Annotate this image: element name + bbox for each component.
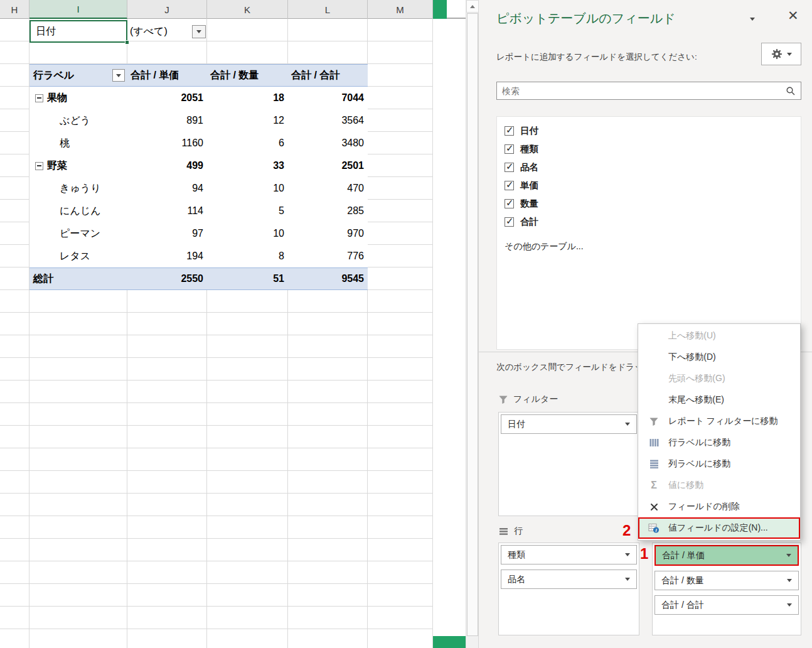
checkbox-checked-icon[interactable] [505, 217, 514, 227]
menu-item-label: 列ラベルに移動 [668, 458, 730, 470]
menu-item-move-to-row-labels[interactable]: 行ラベルに移動 [638, 432, 800, 453]
pivot-cell[interactable]: 891 [127, 115, 207, 126]
pivot-cell[interactable]: 7044 [288, 92, 368, 104]
pivot-cell[interactable]: 10 [207, 228, 288, 239]
pivot-row[interactable]: レタス 194 8 776 [29, 245, 368, 267]
pivot-header-cell[interactable]: 合計 / 合計 [288, 69, 368, 82]
checkbox-checked-icon[interactable] [505, 126, 514, 136]
pivot-row-labels-header[interactable]: 行ラベル [29, 65, 127, 86]
pivot-cell[interactable]: 2051 [127, 92, 207, 104]
column-header-i[interactable]: I [29, 0, 127, 19]
menu-item-move-down[interactable]: 下へ移動(D) [638, 347, 800, 368]
rows-area-box[interactable]: 種類 品名 [498, 543, 639, 635]
column-header-m[interactable]: M [368, 0, 433, 19]
pivot-cell[interactable]: 5 [207, 205, 288, 217]
pivot-cell[interactable]: 97 [127, 228, 207, 239]
field-item-total[interactable]: 合計 [505, 213, 793, 231]
values-field-sum-total[interactable]: 合計 / 合計 [654, 595, 799, 615]
field-item-category[interactable]: 種類 [505, 140, 793, 158]
filter-field-date[interactable]: 日付 [501, 414, 637, 434]
pivot-cell[interactable]: 33 [207, 160, 288, 171]
rows-field-product[interactable]: 品名 [501, 570, 637, 589]
values-field-sum-unit-price[interactable]: 合計 / 単価 [654, 545, 799, 566]
menu-item-label: 下へ移動(D) [668, 352, 716, 363]
pane-title: ピボットテーブルのフィールド [496, 10, 676, 27]
pivot-row[interactable]: 果物 2051 18 7044 [29, 87, 368, 109]
menu-item-move-to-column-labels[interactable]: 列ラベルに移動 [638, 453, 800, 475]
pivot-cell[interactable]: 3564 [288, 115, 368, 126]
report-filter-dropdown-button[interactable] [192, 25, 206, 38]
column-header-l[interactable]: L [288, 0, 368, 19]
field-item-date[interactable]: 日付 [505, 122, 793, 140]
filter-icon [499, 396, 508, 404]
row-labels-filter-button[interactable] [112, 69, 125, 82]
pivot-row[interactable]: ぶどう 891 12 3564 [29, 109, 368, 132]
pivot-cell[interactable]: 3480 [288, 138, 368, 149]
pivot-cell[interactable]: 194 [127, 251, 207, 262]
pivot-cell[interactable]: 499 [127, 160, 207, 171]
field-context-menu: 上へ移動(U) 下へ移動(D) 先頭へ移動(G) 末尾へ移動(E) レポート フ… [638, 323, 801, 541]
vertical-scrollbar[interactable] [466, 0, 478, 648]
pivot-cell[interactable]: 94 [127, 183, 207, 194]
column-header-k[interactable]: K [207, 0, 288, 19]
pivot-cell[interactable]: 285 [288, 205, 368, 217]
report-filter-value[interactable]: (すべて) [130, 25, 168, 38]
values-field-sum-quantity[interactable]: 合計 / 数量 [654, 571, 799, 590]
field-list: 日付 種類 品名 単価 数量 合計 その他のテーブル... [496, 116, 801, 350]
pane-subtitle: レポートに追加するフィールドを選択してください: [496, 51, 697, 63]
pivot-cell[interactable]: 18 [207, 92, 288, 104]
collapse-icon[interactable] [35, 94, 43, 102]
filter-area-text: フィルター [513, 394, 558, 405]
pivot-cell[interactable]: 2550 [127, 273, 207, 284]
pivot-row[interactable]: 野菜 499 33 2501 [29, 154, 368, 177]
pivot-cell[interactable]: 12 [207, 115, 288, 126]
pivot-grand-total-row[interactable]: 総計 2550 51 9545 [29, 267, 368, 290]
collapse-icon[interactable] [35, 162, 43, 170]
scrollbar-thumb[interactable] [467, 13, 478, 636]
pivot-cell[interactable]: 470 [288, 183, 368, 194]
field-item-product[interactable]: 品名 [505, 158, 793, 176]
pivot-cell[interactable]: 6 [207, 138, 288, 149]
more-tables-link[interactable]: その他のテーブル... [505, 241, 793, 252]
pivot-cell[interactable]: 970 [288, 228, 368, 239]
annotation-step-2: 2 [622, 522, 631, 539]
selection-fill-handle[interactable] [125, 40, 129, 45]
search-input[interactable] [502, 86, 786, 96]
menu-item-remove-field[interactable]: フィールドの削除 [638, 496, 800, 517]
filter-area-box[interactable]: 日付 [498, 412, 639, 516]
pivot-row[interactable]: にんじん 114 5 285 [29, 200, 368, 222]
rows-field-category[interactable]: 種類 [501, 545, 637, 564]
pivot-row[interactable]: きゅうり 94 10 470 [29, 177, 368, 200]
scroll-up-button[interactable] [466, 0, 479, 13]
field-item-unit-price[interactable]: 単価 [505, 176, 793, 195]
pivot-cell[interactable]: 1160 [127, 138, 207, 149]
checkbox-checked-icon[interactable] [505, 144, 514, 154]
chevron-down-icon [787, 53, 792, 56]
menu-item-move-to-end[interactable]: 末尾へ移動(E) [638, 389, 800, 411]
active-cell-report-filter-field[interactable]: 日付 [29, 20, 127, 43]
checkbox-checked-icon[interactable] [505, 181, 514, 190]
pivot-cell[interactable]: 10 [207, 183, 288, 194]
pivot-cell[interactable]: 8 [207, 251, 288, 262]
values-area-box[interactable]: 合計 / 単価 合計 / 数量 合計 / 合計 [652, 543, 801, 635]
checkbox-checked-icon[interactable] [505, 163, 514, 172]
pane-options-chevron-icon[interactable] [750, 18, 755, 21]
pivot-cell[interactable]: 9545 [288, 273, 368, 284]
menu-item-move-to-report-filter[interactable]: レポート フィルターに移動 [638, 411, 800, 432]
value-field-settings-icon: i [647, 523, 661, 533]
checkbox-checked-icon[interactable] [505, 199, 514, 208]
field-item-quantity[interactable]: 数量 [505, 195, 793, 213]
tools-button[interactable] [761, 43, 801, 65]
column-header-j[interactable]: J [127, 0, 207, 19]
column-header-h[interactable]: H [0, 0, 29, 19]
pane-close-button[interactable]: ✕ [788, 9, 799, 22]
pivot-header-cell[interactable]: 合計 / 数量 [207, 69, 288, 82]
pivot-cell[interactable]: 2501 [288, 160, 368, 171]
pivot-cell[interactable]: 51 [207, 273, 288, 284]
pivot-cell[interactable]: 114 [127, 205, 207, 217]
pivot-cell[interactable]: 776 [288, 251, 368, 262]
pivot-header-cell[interactable]: 合計 / 単価 [127, 69, 207, 82]
pivot-row[interactable]: 桃 1160 6 3480 [29, 132, 368, 154]
pivot-row[interactable]: ピーマン 97 10 970 [29, 222, 368, 245]
menu-item-value-field-settings[interactable]: i 値フィールドの設定(N)... [638, 517, 800, 539]
